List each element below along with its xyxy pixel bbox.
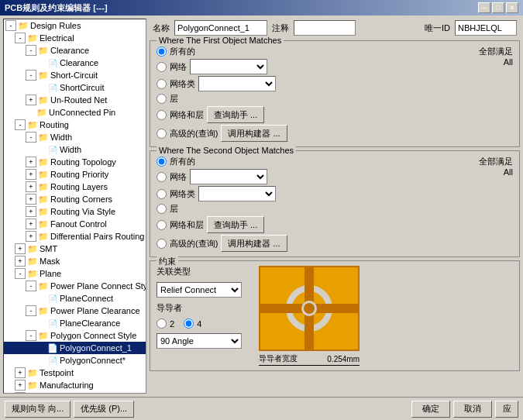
expand-fanout[interactable]: + — [26, 219, 36, 229]
expand-topo[interactable]: + — [26, 157, 36, 167]
tree-item-width[interactable]: - 📁 Width — [4, 131, 146, 143]
connection-type-select[interactable]: Relief Connect — [157, 282, 242, 298]
radio-conductor-2[interactable] — [157, 318, 167, 329]
radio-second-netclass[interactable] — [157, 189, 167, 199]
expand-unrouted[interactable]: + — [26, 95, 36, 105]
tree-item-short-circuit[interactable]: - 📁 Short-Circuit — [4, 69, 146, 81]
tree-item-planeconnect[interactable]: 📄 PlaneConnect — [4, 292, 146, 305]
tree-item-polygon-connect-style[interactable]: - 📁 Polygon Connect Style — [4, 329, 146, 342]
second-radio-layer[interactable]: 层 — [157, 203, 287, 215]
tree-item-routing-corners[interactable]: + 📁 Routing Corners — [4, 193, 146, 205]
minimize-button[interactable]: ─ — [478, 2, 490, 13]
tree-item-routing-via-style[interactable]: + 📁 Routing Via Style — [4, 205, 146, 218]
expand-diff[interactable]: + — [26, 231, 36, 242]
name-input[interactable] — [174, 20, 267, 36]
radio-first-advanced[interactable] — [157, 129, 167, 139]
radio-first-all[interactable] — [157, 46, 167, 57]
tree-item-polygon-connect2[interactable]: 📄 PolygonConnect* — [4, 354, 146, 367]
second-netclass-select[interactable] — [198, 186, 276, 201]
expand-pcs[interactable]: - — [26, 330, 36, 341]
second-builder-btn[interactable]: 调用构建器 ... — [221, 235, 287, 252]
first-query-btn[interactable]: 查询助手 ... — [207, 106, 264, 123]
tree-item-clearance[interactable]: - 📁 Clearance — [4, 44, 146, 57]
first-radio-all[interactable]: 所有的 — [157, 46, 287, 57]
expand-smt[interactable]: + — [15, 243, 26, 254]
expand-mask[interactable]: + — [15, 256, 26, 267]
conductor-radio-2[interactable]: 2 — [157, 318, 174, 329]
expand-design-rules[interactable]: - — [5, 20, 16, 31]
expand-corners[interactable]: + — [26, 194, 36, 205]
radio-first-layer[interactable] — [157, 94, 167, 104]
first-builder-btn[interactable]: 调用构建器 ... — [221, 125, 287, 142]
first-radio-netclass[interactable]: 网络类 — [157, 76, 287, 91]
second-query-btn[interactable]: 查询助手 ... — [207, 216, 264, 233]
first-netclass-select[interactable] — [198, 76, 276, 91]
expand-ppcl[interactable]: - — [26, 305, 36, 316]
radio-second-net[interactable] — [157, 172, 167, 182]
tree-item-routing-topology[interactable]: + 📁 Routing Topology — [4, 156, 146, 168]
tree-item-smt[interactable]: + 📁 SMT — [4, 243, 146, 255]
expand-manufacturing[interactable]: + — [15, 380, 26, 391]
tree-item-unconnected-pin[interactable]: 📁 UnConnected Pin — [4, 106, 146, 119]
tree-item-routing[interactable]: - 📁 Routing — [4, 119, 146, 131]
expand-width[interactable]: - — [26, 132, 36, 143]
first-radio-net[interactable]: 网络 — [157, 59, 287, 74]
expand-layers[interactable]: + — [26, 181, 36, 192]
tree-item-diff-pairs[interactable]: + 📁 Differential Pairs Routing — [4, 230, 146, 243]
ok-button[interactable]: 确定 — [411, 401, 450, 418]
expand-testpoint[interactable]: + — [15, 367, 26, 378]
id-input[interactable] — [455, 20, 517, 36]
apply-button[interactable]: 应 — [495, 401, 518, 418]
tree-item-width2[interactable]: 📄 Width — [4, 143, 146, 156]
tree-item-electrical[interactable]: - 📁 Electrical — [4, 32, 146, 44]
angle-select[interactable]: 90 Angle — [157, 333, 242, 349]
tree-item-fanout-control[interactable]: + 📁 Fanout Control — [4, 218, 146, 230]
radio-second-all[interactable] — [157, 157, 167, 167]
tree-item-planeclearance[interactable]: 📄 PlaneClearance — [4, 317, 146, 329]
expand-electrical[interactable]: - — [15, 33, 26, 43]
first-radio-netlayer[interactable]: 网络和层 查询助手 ... — [157, 106, 287, 123]
tree-item-mask[interactable]: + 📁 Mask — [4, 255, 146, 267]
expand-ppc[interactable]: - — [26, 281, 36, 291]
maximize-button[interactable]: □ — [492, 2, 504, 13]
second-radio-advanced[interactable]: 高级的(查询) 调用构建器 ... — [157, 235, 287, 252]
second-radio-net[interactable]: 网络 — [157, 169, 287, 184]
radio-first-net[interactable] — [157, 62, 167, 72]
tree-item-manufacturing[interactable]: + 📁 Manufacturing — [4, 379, 146, 391]
radio-conductor-4[interactable] — [184, 318, 194, 329]
close-button[interactable]: ✕ — [506, 2, 518, 13]
expand-routing[interactable]: - — [15, 119, 26, 130]
second-net-select[interactable] — [190, 169, 267, 184]
tree-item-power-plane-clearance[interactable]: - 📁 Power Plane Clearance — [4, 305, 146, 317]
second-radio-all[interactable]: 所有的 — [157, 156, 287, 167]
radio-first-netclass[interactable] — [157, 79, 167, 89]
sync-button[interactable]: 规则向导 向... — [5, 401, 71, 418]
expand-via[interactable]: + — [26, 206, 36, 217]
expand-priority[interactable]: + — [26, 169, 36, 180]
radio-first-netlayer[interactable] — [157, 110, 167, 120]
tree-item-routing-priority[interactable]: + 📁 Routing Priority — [4, 168, 146, 181]
expand-high-speed[interactable]: + — [15, 392, 26, 394]
tree-item-routing-layers[interactable]: + 📁 Routing Layers — [4, 181, 146, 193]
tree-item-design-rules[interactable]: - 📁 Design Rules — [4, 19, 146, 32]
tree-item-plane[interactable]: - 📁 Plane — [4, 267, 146, 280]
priorities-button[interactable]: 优先级 (P)... — [74, 401, 134, 418]
second-radio-netlayer[interactable]: 网络和层 查询助手 ... — [157, 216, 287, 233]
comment-input[interactable] — [294, 20, 356, 36]
conductor-radio-4[interactable]: 4 — [184, 318, 201, 329]
tree-item-short-circuit2[interactable]: 📄 ShortCircuit — [4, 81, 146, 94]
tree-item-high-speed[interactable]: + 📁 High Speed — [4, 391, 146, 394]
tree-item-un-routed-net[interactable]: + 📁 Un-Routed Net — [4, 94, 146, 106]
expand-plane[interactable]: - — [15, 268, 26, 279]
radio-second-netlayer[interactable] — [157, 220, 167, 230]
expand-clearance[interactable]: - — [26, 45, 36, 56]
cancel-button[interactable]: 取消 — [453, 401, 492, 418]
tree-item-testpoint[interactable]: + 📁 Testpoint — [4, 367, 146, 379]
first-net-select[interactable] — [190, 59, 267, 74]
second-radio-netclass[interactable]: 网络类 — [157, 186, 287, 201]
tree-item-polygon-connect-1[interactable]: 📄 PolygonConnect_1 — [4, 342, 146, 354]
first-radio-layer[interactable]: 层 — [157, 93, 287, 105]
radio-second-layer[interactable] — [157, 204, 167, 214]
tree-item-power-plane-connect[interactable]: - 📁 Power Plane Connect Style — [4, 280, 146, 292]
first-radio-advanced[interactable]: 高级的(查询) 调用构建器 ... — [157, 125, 287, 142]
